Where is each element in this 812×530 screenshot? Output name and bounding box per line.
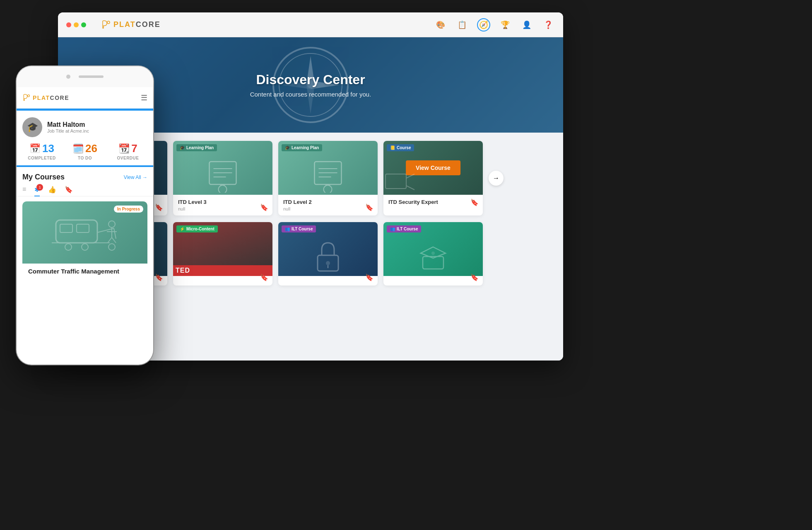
train-icon: [48, 208, 122, 257]
card-image-r2-2: ⚡ Micro-Content TED: [173, 222, 272, 276]
stat-completed-number-row: 📅 13: [29, 142, 54, 155]
badge-lp-icon: 🎓: [180, 145, 185, 150]
mobile-course-card[interactable]: In Progress Commuter Traffic Management: [22, 201, 147, 276]
badge-r2-2-label: Micro-Content: [186, 227, 214, 231]
course-card-security[interactable]: 📒 Course View Course ITD Security Expert: [383, 141, 483, 215]
svg-line-27: [406, 186, 414, 190]
profile-name: Matt Haltom: [47, 121, 147, 128]
graduation-icon-r2-4: [417, 245, 450, 274]
tab-saved[interactable]: 🔖: [65, 186, 73, 196]
svg-line-42: [114, 228, 116, 239]
todo-count: 26: [85, 142, 97, 155]
logo-text: PLATCORE: [113, 20, 161, 29]
badge-r2-4-label: ILT Course: [397, 227, 418, 231]
mobile-logo: PLATCORE: [22, 94, 69, 102]
badge-lp2-icon: 🎓: [285, 145, 290, 150]
my-courses-header: My Courses View All →: [17, 171, 153, 186]
bookmark-icon-1[interactable]: 🔖: [155, 203, 163, 211]
trophy-icon[interactable]: 🏆: [499, 18, 512, 31]
card-image-itd2: 🎓 Learning Plan: [278, 141, 378, 195]
badge-security-label: Course: [397, 145, 411, 150]
card-body-itd3: ITD Level 3 null 🔖: [173, 195, 272, 215]
badge-r2-3-label: ILT Course: [292, 227, 313, 231]
card-badge-lp2: 🎓 Learning Plan: [282, 144, 322, 151]
completed-label: COMPLETED: [28, 156, 55, 160]
desktop-logo: PLATCORE: [101, 20, 161, 30]
browser-header: PLATCORE 🎨 📋 🧭 🏆 👤 ❓: [58, 12, 563, 37]
platcore-logo-icon: [101, 20, 111, 30]
bookmark-icon-2[interactable]: 🔖: [260, 203, 268, 211]
stat-todo: 🗓️ 26 TO DO: [64, 142, 106, 160]
svg-point-33: [431, 252, 435, 255]
palette-icon[interactable]: 🎨: [434, 18, 447, 31]
minimize-dot: [74, 22, 79, 27]
phone-camera: [66, 75, 70, 79]
course-card-itd3[interactable]: 🎓 Learning Plan: [173, 141, 272, 215]
card-image-itd3: 🎓 Learning Plan: [173, 141, 272, 195]
phone-header: PLATCORE ☰: [17, 87, 153, 109]
user-icon[interactable]: 👤: [520, 18, 533, 31]
svg-point-39: [65, 244, 72, 250]
browser-nav-icons: 🎨 📋 🧭 🏆 👤 ❓: [434, 18, 555, 31]
ted-label: TED: [173, 265, 272, 276]
catalog-icon[interactable]: 📋: [455, 18, 469, 31]
bookmark-icon-r2-3[interactable]: 🔖: [365, 273, 373, 281]
tab-badge: 1: [36, 184, 43, 191]
svg-point-0: [107, 21, 110, 24]
tab-liked[interactable]: 👍: [48, 186, 56, 196]
course-card-r2-3[interactable]: 👥 ILT Course 🔖: [278, 222, 378, 286]
card-badge-security: 📒 Course: [387, 144, 414, 151]
mobile-logo-icon: [22, 94, 31, 102]
card-subtitle-itd3: null: [178, 206, 267, 211]
hero-title: Discovery Center: [256, 72, 365, 87]
svg-point-34: [28, 94, 30, 97]
bookmark-icon-r2-4[interactable]: 🔖: [470, 273, 479, 281]
card-title-security: ITD Security Expert: [388, 199, 478, 205]
bookmark-icon-r2-1[interactable]: 🔖: [155, 273, 163, 281]
next-cards-button[interactable]: →: [489, 171, 504, 186]
badge-lp2-label: Learning Plan: [292, 145, 319, 150]
course-card-r2-4[interactable]: 👥 ILT Course 🔖: [383, 222, 483, 286]
course-card-itd2[interactable]: 🎓 Learning Plan: [278, 141, 378, 215]
course-card-r2-2[interactable]: ⚡ Micro-Content TED 🔖: [173, 222, 272, 286]
completed-count: 13: [42, 142, 54, 155]
card-badge-r2-4: 👥 ILT Course: [387, 225, 421, 232]
maximize-dot: [81, 22, 86, 27]
stat-overdue-number-row: 📆 7: [118, 142, 137, 155]
phone-accent-bar-bottom: [17, 165, 153, 167]
svg-point-22: [324, 185, 332, 193]
bookmark-icon-4[interactable]: 🔖: [470, 198, 479, 206]
hamburger-menu-icon[interactable]: ☰: [141, 93, 147, 102]
bookmark-icon-3[interactable]: 🔖: [365, 203, 373, 211]
certificate-icon-3: [207, 160, 239, 193]
tab-all[interactable]: ≡: [22, 186, 26, 196]
badge-r2-2-icon: ⚡: [180, 227, 185, 231]
stats-row: 📅 13 COMPLETED 🗓️ 26 TO DO 📆 7 OVERDUE: [17, 142, 153, 165]
avatar-icon: 🎓: [27, 122, 38, 133]
mobile-logo-text: PLATCORE: [33, 94, 69, 101]
svg-rect-36: [60, 224, 72, 232]
svg-point-43: [108, 244, 115, 250]
bookmark-icon-r2-2[interactable]: 🔖: [260, 273, 268, 281]
card-title-itd2: ITD Level 2: [283, 199, 373, 205]
discovery-icon[interactable]: 🧭: [477, 18, 490, 31]
overdue-label: OVERDUE: [117, 156, 139, 160]
browser-dots: [66, 22, 86, 27]
svg-point-40: [82, 244, 88, 250]
badge-r2-4-icon: 👥: [390, 227, 395, 231]
svg-point-29: [326, 261, 330, 265]
tab-starred[interactable]: ✱ 1: [34, 186, 40, 196]
stat-overdue: 📆 7 OVERDUE: [107, 142, 149, 160]
course-tabs: ≡ ✱ 1 👍 🔖: [17, 186, 153, 196]
help-icon[interactable]: ❓: [542, 18, 555, 31]
view-all-link[interactable]: View All →: [124, 174, 147, 180]
card-subtitle-itd2: null: [283, 206, 373, 211]
svg-line-47: [108, 237, 112, 243]
svg-rect-25: [386, 174, 406, 189]
svg-line-26: [406, 174, 414, 178]
phone-notch: [17, 66, 153, 87]
overdue-calendar-icon: 📆: [118, 143, 130, 154]
card-badge-r2-3: 👥 ILT Course: [282, 225, 316, 232]
svg-point-44: [108, 221, 115, 227]
stat-completed: 📅 13 COMPLETED: [21, 142, 63, 160]
